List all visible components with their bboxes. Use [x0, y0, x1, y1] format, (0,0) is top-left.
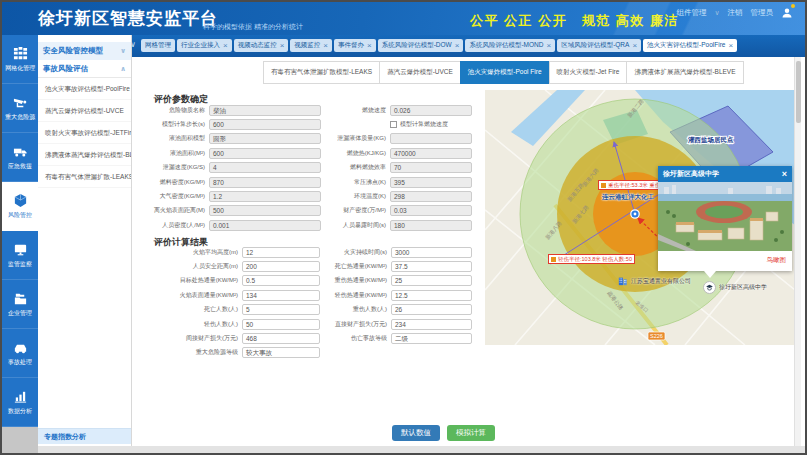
submenu-item[interactable]: 有毒有害气体泄漏扩散-LEAKS: [38, 166, 131, 188]
model-tab[interactable]: 蒸汽云爆炸模型-UVCE: [379, 61, 461, 84]
form-row: 燃料燃烧效率 70: [320, 161, 472, 175]
form-row: 间接财产损失(万元) 468: [147, 331, 320, 345]
field-label: 间接财产损失(万元): [147, 334, 242, 343]
field-value[interactable]: 600: [209, 119, 321, 130]
field-value[interactable]: 0.026: [390, 105, 472, 116]
field-value[interactable]: 600: [209, 148, 321, 159]
sidebar-item-enterprise-management[interactable]: 企业管理: [2, 280, 38, 329]
simulate-button[interactable]: 模拟计算: [447, 425, 495, 441]
field-value[interactable]: 870: [209, 177, 321, 188]
sidebar-item-emergency-rescue[interactable]: 应急救援: [2, 133, 38, 182]
submenu-section-accident-risk[interactable]: 事故风险评估 ∧: [38, 60, 131, 78]
field-label: 液池面积(M²): [147, 149, 209, 158]
field-value[interactable]: [390, 133, 472, 144]
model-tab[interactable]: 池火灾爆炸模型-Pool Fire: [460, 61, 550, 84]
sidebar-item-grid-management[interactable]: 网格化管理: [2, 35, 38, 84]
sidebar-item-label: 数据分析: [8, 407, 32, 415]
logout-link[interactable]: 注销: [728, 8, 743, 18]
checkbox[interactable]: [390, 121, 397, 128]
model-tab[interactable]: 喷射火灾模型-Jet Fire: [549, 61, 628, 84]
app-window: 徐圩新区智慧安监平台 科学的模型依据 精准的分析统计 公平 公正 公开 规范 高…: [0, 0, 807, 455]
field-value: 5: [242, 304, 320, 315]
field-value: 二级: [391, 333, 472, 344]
grid-icon: [13, 46, 28, 61]
field-label: 重大危险源等级: [147, 348, 242, 357]
close-icon[interactable]: ×: [728, 43, 733, 49]
submenu-item[interactable]: 蒸汽云爆炸评估模型-UVCE: [38, 100, 131, 122]
window-tab[interactable]: 视频动态监控 ×: [234, 39, 289, 52]
chevron-down-icon[interactable]: ∨: [714, 9, 719, 17]
company-poi[interactable]: 江苏宝通置业有限公司: [618, 276, 691, 286]
form-row: 火焰平均高度(m) 12: [147, 245, 320, 259]
field-value: 3000: [391, 247, 472, 258]
popup-footer: 鸟瞰图: [658, 251, 792, 271]
field-value[interactable]: 395: [390, 177, 472, 188]
sidebar-item-data-analysis[interactable]: 数据分析: [2, 378, 38, 427]
close-icon[interactable]: ×: [455, 43, 460, 49]
field-value[interactable]: 1.2: [209, 191, 321, 202]
map-canvas[interactable]: S226 新港二路 新港六路 新港五路 新港七路 新港八路 疏港公路 老淮口 灌…: [485, 90, 795, 345]
sidebar-item-supervision[interactable]: 监管监察: [2, 231, 38, 280]
submenu-header[interactable]: 安全风险管控模型 ∨: [38, 42, 131, 60]
window-tab[interactable]: 系统风险评估模型-DOW ×: [378, 39, 464, 52]
model-tab[interactable]: 沸腾液体扩展蒸汽爆炸模型-BLEVE: [626, 61, 743, 84]
default-values-button[interactable]: 默认数值: [392, 425, 440, 441]
sidebar-item-risk-control[interactable]: 风险管控: [2, 182, 38, 231]
close-icon[interactable]: ×: [632, 43, 637, 49]
field-value[interactable]: 470000: [390, 148, 472, 159]
user-avatar-icon[interactable]: [781, 7, 793, 19]
campus-aerial-image: [658, 182, 792, 251]
form-row: 燃烧速度 0.026: [320, 103, 472, 117]
window-tab[interactable]: 系统风险评估模型-MOND ×: [465, 39, 555, 52]
window-tab[interactable]: 事件督办 ×: [334, 39, 376, 52]
field-value[interactable]: 4: [209, 162, 321, 173]
school-poi[interactable]: 徐圩新区高级中学: [703, 281, 767, 294]
form-row: 燃料密度(KG/M³) 870: [147, 175, 321, 189]
window-tab-label: 视频动态监控: [238, 41, 277, 50]
model-tab[interactable]: 有毒有害气体泄漏扩散模型-LEAKS: [263, 61, 380, 84]
aerial-view-link[interactable]: 鸟瞰图: [767, 256, 787, 265]
sidebar-item-label: 重大危险源: [5, 113, 35, 121]
field-value: 234: [391, 319, 472, 330]
close-icon[interactable]: ×: [280, 43, 285, 49]
scrollbar-thumb[interactable]: [796, 61, 801, 123]
submenu-item[interactable]: 喷射火灾事故评估模型-JETFire: [38, 122, 131, 144]
submenu-item[interactable]: 沸腾液体蒸汽爆炸评估模型-BLEVE: [38, 144, 131, 166]
field-value[interactable]: 圆形: [209, 133, 321, 144]
close-icon[interactable]: ×: [546, 43, 551, 49]
submenu-items: 池火灾事故评估模型-PoolFire 蒸汽云爆炸评估模型-UVCE 喷射火灾事故…: [38, 78, 131, 188]
form-row: 危险物质名称 柴油: [147, 103, 321, 117]
params-right-column: 燃烧速度 0.026 模型计算燃烧速度 泄漏液体质量(KG) 燃烧热(: [320, 103, 472, 233]
component-manage-link[interactable]: 组件管理: [676, 8, 706, 18]
window-tab[interactable]: 行业企业接入 ×: [177, 39, 232, 52]
header-slogan: 公平 公正 公开 规范 高效 廉洁: [470, 12, 679, 30]
field-value[interactable]: 298: [390, 191, 472, 202]
field-value[interactable]: 0.03: [390, 205, 472, 216]
close-icon[interactable]: ×: [323, 43, 328, 49]
results-left-column: 火焰平均高度(m) 12 人员安全距离(m) 200 目标处热通量(KW/M²)…: [147, 245, 320, 360]
plant-name-label: 连云港虹洋大化工: [602, 193, 654, 202]
submenu-footer-topic-index[interactable]: 专题指数分析: [38, 428, 131, 444]
close-icon[interactable]: ×: [223, 43, 228, 49]
form-row: 环境温度(K) 298: [320, 189, 472, 203]
field-label: 危险物质名称: [147, 106, 209, 115]
window-tab[interactable]: 区域风险评估模型-QRA ×: [557, 39, 641, 52]
window-tab[interactable]: 视频监控 ×: [290, 39, 332, 52]
window-tab[interactable]: 池火灾害评估模型-PoolFire ×: [643, 39, 737, 52]
field-value[interactable]: 500: [209, 205, 321, 216]
close-icon[interactable]: ×: [782, 170, 787, 179]
field-label: 财产密度(万/M²): [320, 206, 390, 215]
field-value[interactable]: 0.001: [209, 220, 321, 231]
field-value[interactable]: 180: [390, 220, 472, 231]
form-row: 重伤热通量(KW/M²) 25: [320, 274, 472, 288]
vertical-scrollbar[interactable]: [794, 57, 801, 446]
sidebar-item-accident-handling[interactable]: 事故处理: [2, 329, 38, 378]
close-icon[interactable]: ×: [367, 43, 372, 49]
field-value[interactable]: 柴油: [209, 105, 321, 116]
field-label: 液池面积模型: [147, 134, 209, 143]
form-row: 液池面积(M²) 600: [147, 146, 321, 160]
sidebar-item-major-hazards[interactable]: 重大危险源: [2, 84, 38, 133]
submenu-item[interactable]: 池火灾事故评估模型-PoolFire: [38, 78, 131, 100]
field-value[interactable]: 70: [390, 162, 472, 173]
window-tab[interactable]: 网格管理 ×: [141, 39, 175, 52]
